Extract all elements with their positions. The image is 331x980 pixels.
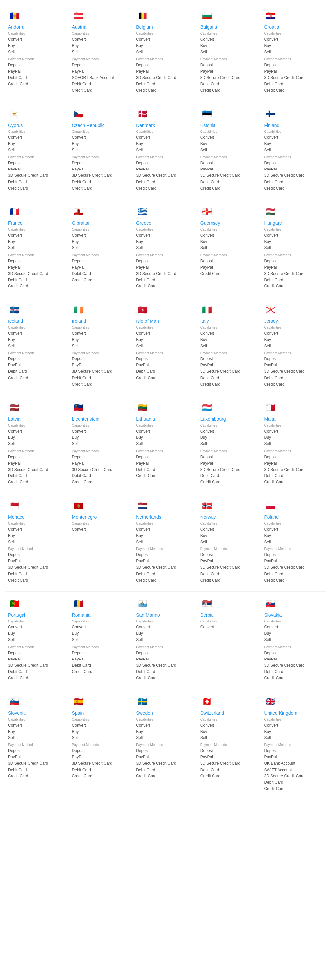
payment-methods-label: Payment Methods [8,645,67,649]
country-flag: 🇲🇨 [8,499,21,512]
payment-item: PayPal [8,656,67,662]
payment-item: Debit Card [8,179,67,185]
payment-item: Credit Card [264,283,323,290]
country-name: Denmark [136,123,195,128]
capability-item: Sell [8,637,67,643]
payment-item: Deposit [8,258,67,264]
country-name: Hungary [264,220,323,226]
country-name: Malta [264,416,323,422]
payment-item: Deposit [264,454,323,460]
capability-item: Convert [136,428,195,434]
country-flag: 🇱🇻 [8,401,21,414]
capability-item: Buy [264,43,323,49]
capability-item: Convert [264,428,323,434]
payment-item: Debit Card [264,179,323,185]
capabilities-label: Capabilities [8,522,67,525]
capability-item: Buy [136,43,195,49]
capability-item: Convert [200,232,259,239]
capability-item: Buy [200,533,259,539]
payment-item: Credit Card [200,381,259,388]
country-name: Serbia [200,612,259,617]
payment-item: 3D Secure Credit Card [264,172,323,179]
capability-item: Convert [8,722,67,729]
payment-item: Deposit [72,748,131,754]
payment-item: 3D Secure Credit Card [72,466,131,473]
country-name: San Marino [136,612,195,617]
country-name: Lithuania [136,416,195,422]
payment-item: Deposit [8,356,67,362]
capability-item: Convert [72,37,131,43]
payment-methods-label: Payment Methods [8,743,67,747]
country-card: 🇳🇱 Netherlands Capabilities ConvertBuySe… [133,495,198,590]
capability-item: Convert [264,527,323,533]
capability-item: Buy [136,434,195,441]
payment-item: Credit Card [200,87,259,94]
capability-item: Convert [136,331,195,337]
payment-item: Debit Card [264,571,323,577]
payment-item: 3D Secure Credit Card [8,662,67,669]
country-card: 🇬🇮 Gibraltar Capabilities ConvertBuySell… [69,201,134,296]
payment-item: PayPal [264,460,323,466]
payment-item: Debit Card [264,669,323,675]
capabilities-label: Capabilities [72,130,131,134]
payment-item: PayPal [264,166,323,172]
country-card: 🇱🇻 Latvia Capabilities ConvertBuySell Pa… [5,397,69,492]
country-card: 🇱🇮 Liechtenstein Capabilities ConvertBuy… [69,397,134,492]
capability-item: Buy [72,43,131,49]
payment-item: Debit Card [200,179,259,185]
payment-item: Debit Card [136,767,195,773]
payment-item: Credit Card [136,675,195,681]
payment-item: PayPal [8,68,67,75]
payment-item: PayPal [8,166,67,172]
capabilities-label: Capabilities [72,718,131,721]
country-flag: 🇫🇷 [8,205,21,218]
payment-item: Debit Card [8,571,67,577]
payment-item: Deposit [264,552,323,558]
capability-item: Sell [72,637,131,643]
payment-item: Credit Card [72,277,131,283]
capability-item: Sell [72,441,131,447]
capability-item: Buy [136,729,195,735]
country-card: 🇱🇹 Lithuania Capabilities ConvertBuySell… [133,397,198,492]
payment-methods-label: Payment Methods [72,645,131,649]
country-name: Romania [72,612,131,617]
country-flag: 🇨🇿 [72,107,85,121]
capability-item: Convert [8,331,67,337]
payment-item: Debit Card [136,277,195,283]
capability-item: Sell [8,147,67,153]
payment-methods-label: Payment Methods [200,253,259,257]
capabilities-label: Capabilities [136,718,195,721]
payment-item: 3D Secure Credit Card [72,368,131,375]
payment-item: PayPal [264,264,323,270]
payment-methods-label: Payment Methods [72,57,131,61]
country-card: 🇸🇰 Slovakia Capabilities ConvertBuySell … [262,593,326,688]
capability-item: Convert [8,37,67,43]
capabilities-label: Capabilities [264,130,323,134]
country-name: Ireland [72,318,131,324]
capability-item: Buy [8,337,67,343]
payment-item: Debit Card [136,81,195,87]
country-flag: 🇦🇩 [8,9,21,22]
payment-methods-label: Payment Methods [8,547,67,551]
payment-item: Debit Card [136,669,195,675]
country-flag: 🇯🇪 [264,303,277,317]
payment-item: Credit Card [136,473,195,479]
payment-item: PayPal [72,460,131,466]
country-card: 🇨🇭 Switzerland Capabilities ConvertBuySe… [198,691,262,799]
capability-item: Sell [8,343,67,349]
country-card: 🇸🇲 San Marino Capabilities ConvertBuySel… [133,593,198,688]
payment-item: Debit Card [264,81,323,87]
country-card: 🇵🇹 Portugal Capabilities ConvertBuySell … [5,593,69,688]
capabilities-label: Capabilities [136,32,195,35]
country-card: 🇲🇨 Monaco Capabilities ConvertBuySell Pa… [5,495,69,590]
country-card: 🇱🇺 Luxembourg Capabilities ConvertBuySel… [198,397,262,492]
payment-methods-label: Payment Methods [200,351,259,355]
payment-item: 3D Secure Credit Card [264,564,323,571]
capability-item: Convert [264,232,323,239]
country-name: Italy [200,318,259,324]
capability-item: Sell [8,49,67,55]
payment-item: Deposit [72,454,131,460]
payment-methods-label: Payment Methods [136,743,195,747]
payment-item: PayPal [72,754,131,760]
capability-item: Convert [8,134,67,141]
